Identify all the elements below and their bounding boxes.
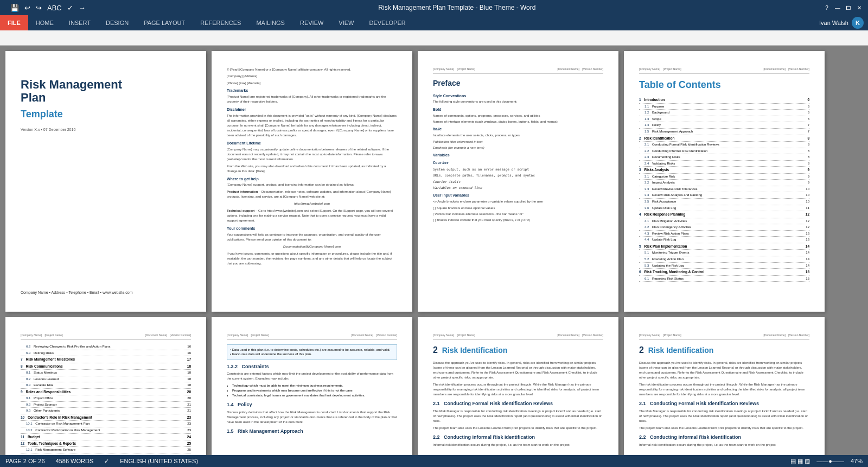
toc-item: 8.3 Escalate Risk18	[21, 383, 191, 389]
zoom-level: 47%	[851, 458, 863, 464]
arrow-btn[interactable]: →	[77, 4, 87, 12]
section-1-5-heading: 1.5 Risk Management Approach	[227, 428, 397, 435]
contact-text: [Phone] [Fax] [Website]	[227, 81, 397, 85]
disclaimer-heading: Disclaimer	[227, 107, 397, 112]
cover-title: Risk Management Plan	[21, 78, 191, 104]
window-controls: ? — ⧠ ✕	[822, 3, 864, 12]
document-lifetime-heading: Document Lifetime	[227, 141, 397, 146]
user-area: Ivan Walsh K	[819, 17, 868, 29]
page-4-toc: [Company Name] [Project Name] [Document …	[624, 51, 825, 312]
tab-file[interactable]: FILE	[0, 15, 28, 30]
toc-item: 9.3 Other Participants21	[21, 408, 191, 414]
section-1-3-2-heading: 1.3.2 Constraints	[227, 363, 397, 370]
risk-id-body2: The risk identification process occurs t…	[433, 382, 603, 397]
toc-item: 9 Roles and Responsibilities20	[21, 389, 191, 395]
toc-item: 12.1 Risk Management Software25	[21, 447, 191, 453]
toc-title: Table of Contents	[639, 78, 809, 92]
toc-item: 4.4 Update Risk Log13	[639, 237, 809, 243]
close-btn[interactable]: ✕	[855, 3, 864, 12]
ribbon-content	[0, 30, 868, 46]
page-header-5: [Company Name] [Project Name] [Document …	[21, 333, 191, 340]
toc-item: 8.2 Lessons Learned18	[21, 377, 191, 383]
page-header-7: [Company Name] [Project Name] [Document …	[433, 333, 603, 340]
toc-item: 10.2 Contractor Participation in Risk Ma…	[21, 428, 191, 434]
redo-btn[interactable]: ↪	[34, 4, 43, 12]
page-2-disclaimer: © [Year] [Company Name] or a [Company Na…	[212, 51, 412, 312]
ribbon-tabs: FILE HOME INSERT DESIGN PAGE LAYOUT REFE…	[0, 15, 868, 30]
toc-item: 8 Risk Communications18	[21, 364, 191, 370]
bold-term: Bold	[433, 107, 603, 112]
tab-developer[interactable]: DEVELOPER	[361, 15, 413, 30]
tab-home[interactable]: HOME	[28, 15, 61, 30]
toc-item: 3 Risks Analysis9	[639, 167, 809, 173]
toc-item: 1.5 Risk Management Approach7	[639, 129, 809, 135]
courier-term: Courier	[433, 161, 603, 166]
save-quick-btn[interactable]: 💾	[9, 4, 21, 12]
risk-id-title: 2 Risk Identification	[433, 344, 603, 356]
toc-item: 12 Tools, Techniques & Reports25	[21, 441, 191, 447]
copyright-text: © [Year] [Company Name] or a [Company Na…	[227, 67, 397, 72]
toc-item: 7 Risk Management Milestones17	[21, 357, 191, 363]
toc-item: 5.3 Updating the Risk Log14	[639, 263, 809, 269]
status-bar: PAGE 2 OF 26 4586 WORDS ✓ ENGLISH (UNITE…	[0, 455, 868, 467]
section-2-2-heading: 2.2 Conducting Informal Risk Identificat…	[433, 434, 603, 441]
italic-term: Italic	[433, 127, 603, 132]
toc-item: 10 Contractor's Role in Risk Management2…	[21, 415, 191, 421]
section-1-4-heading: 1.4 Policy	[227, 401, 397, 408]
help-btn[interactable]: ?	[822, 3, 831, 12]
page-3-preface: [Company Name] [Project Name] [Document …	[418, 51, 618, 312]
tab-view[interactable]: VIEW	[331, 15, 361, 30]
maximize-btn[interactable]: ⧠	[844, 3, 853, 12]
constraints-body: Constraints are external factors which m…	[227, 371, 397, 381]
tab-review[interactable]: REVIEW	[292, 15, 331, 30]
spellcheck-icon[interactable]: ✓	[104, 458, 109, 465]
style-conventions-title: Style Conventions	[433, 93, 603, 99]
toc-item: 4.2 Plan Contingency Activities12	[639, 225, 809, 231]
tab-mailings[interactable]: MAILINGS	[248, 15, 292, 30]
user-input-term: User input variables	[433, 193, 603, 198]
page-header-4: [Company Name] [Project Name] [Document …	[639, 67, 809, 74]
toc-item: 1.2 Background6	[639, 110, 809, 116]
section-2-1-body2: The project team also uses the Lessons L…	[433, 426, 603, 431]
section-2-2-b-heading: 2.2 Conducting Informal Risk Identificat…	[639, 434, 809, 441]
toc-item: 2.2 Conducting Informal Risk Identificat…	[639, 149, 809, 155]
toc-item: 2.1 Conducting Formal Risk Identificatio…	[639, 142, 809, 148]
undo-btn[interactable]: ↩	[23, 4, 32, 12]
page-5-toc-continued: [Company Name] [Project Name] [Document …	[5, 317, 206, 457]
minimize-btn[interactable]: —	[833, 3, 842, 12]
toc-item: 6 Risk Tracking, Monitoring & Control15	[639, 269, 809, 275]
tab-design[interactable]: DESIGN	[98, 15, 136, 30]
tab-page-layout[interactable]: PAGE LAYOUT	[136, 15, 193, 30]
user-avatar[interactable]: K	[852, 17, 864, 29]
toc-item: 3.5 Risk Acceptance10	[639, 199, 809, 205]
page-8-risk-id-cont: [Company Name] [Project Name] [Document …	[624, 317, 825, 457]
data-assumption-note: • Data used in this plan (i.e. to determ…	[227, 344, 397, 360]
trademarks-heading: Trademarks	[227, 88, 397, 93]
check-btn[interactable]: ✓	[66, 4, 75, 12]
preface-title: Preface	[433, 78, 603, 89]
word-count: 4586 WORDS	[56, 458, 94, 464]
help-heading: Where to get help	[227, 176, 397, 182]
toc-item: 5.1 Monitoring Trigger Events14	[639, 250, 809, 256]
language[interactable]: ENGLISH (UNITED STATES)	[120, 458, 198, 464]
toc-item: 3.4 Review Risk Analysis and Ranking10	[639, 193, 809, 199]
cover-footer: Company Name • Address • Telephone • Ema…	[21, 290, 191, 295]
variables-term: Variables	[433, 153, 603, 158]
tab-insert[interactable]: INSERT	[61, 15, 98, 30]
zoom-slider[interactable]: ——●——	[816, 458, 844, 464]
toc-item: 3.2 Impact Analysis9	[639, 180, 809, 186]
section-2-1-heading: 2.1 Conducting Formal Risk Identificatio…	[433, 400, 603, 407]
toc-item: 1.3 Scope6	[639, 117, 809, 123]
page-6-intro: [Company Name] [Project Name] [Document …	[212, 317, 412, 457]
toc-item: 1.1 Purpose6	[639, 104, 809, 110]
tab-references[interactable]: REFERENCES	[193, 15, 248, 30]
constraints-list: Technology which must be able to meet th…	[232, 383, 397, 398]
section-2-1-body: The Risk Manager is responsible for cond…	[433, 409, 603, 424]
toc-list: 1 Introduction61.1 Purpose61.2 Backgroun…	[639, 97, 809, 282]
quick-access-toolbar: 💾 ↩ ↪ ABC ✓ →	[4, 1, 92, 14]
toc-item: 8.1 Status Meetings18	[21, 370, 191, 376]
spellcheck-btn[interactable]: ABC	[46, 4, 63, 12]
toc-item: 2.3 Documenting Risks8	[639, 155, 809, 161]
toc-item: 6.2 Reviewing Changes to Risk Profiles a…	[21, 344, 191, 350]
toc-item: 6.3 Retiring Risks16	[21, 351, 191, 357]
